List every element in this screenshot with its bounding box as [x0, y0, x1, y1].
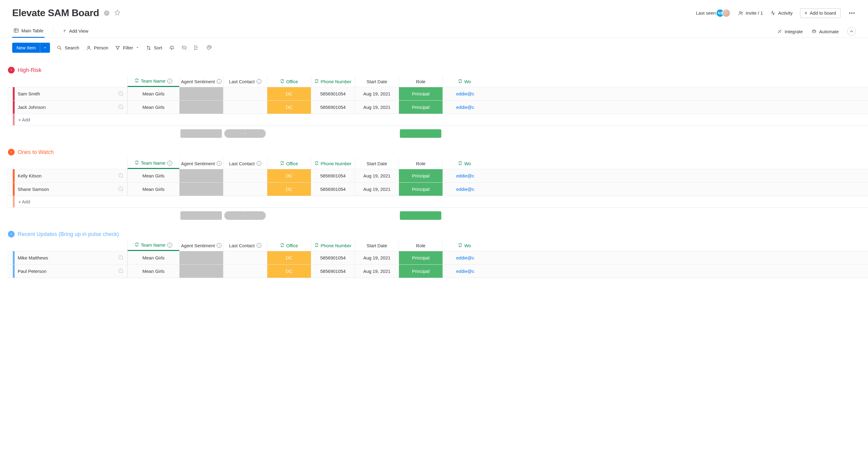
- automate-button[interactable]: Automate: [811, 29, 839, 34]
- cell-team[interactable]: Mean Girls: [127, 183, 179, 196]
- last-seen[interactable]: Last seen NZ: [696, 9, 730, 18]
- chat-icon[interactable]: [117, 103, 123, 111]
- new-item-dropdown[interactable]: [40, 43, 50, 53]
- collapse-panel-button[interactable]: [847, 27, 856, 36]
- cell-email[interactable]: eddie@c: [442, 265, 487, 278]
- col-team-name[interactable]: Team Name: [141, 242, 165, 247]
- cell-office[interactable]: DC: [267, 265, 311, 278]
- col-office[interactable]: Office: [267, 158, 311, 169]
- item-name-cell[interactable]: Shane Samson: [14, 183, 127, 196]
- cell-role[interactable]: Principal: [399, 169, 442, 182]
- cell-email[interactable]: eddie@c: [442, 183, 487, 196]
- item-name-cell[interactable]: Mike Matthews: [14, 251, 127, 264]
- chat-icon[interactable]: [117, 172, 123, 179]
- cell-phone[interactable]: 5856901054: [311, 87, 355, 100]
- cell-phone[interactable]: 5856901054: [311, 251, 355, 264]
- cell-office[interactable]: DC: [267, 183, 311, 196]
- cell-phone[interactable]: 5856901054: [311, 169, 355, 182]
- table-row[interactable]: Shane Samson Mean Girls DC 5856901054 Au…: [7, 183, 868, 196]
- activity-button[interactable]: Activity: [770, 10, 793, 16]
- info-icon[interactable]: i: [257, 79, 261, 84]
- table-row[interactable]: Sam Smith Mean Girls DC 5856901054 Aug 1…: [7, 87, 868, 100]
- cell-last-contact[interactable]: [223, 265, 267, 278]
- col-office[interactable]: Office: [267, 76, 311, 87]
- add-view-button[interactable]: + Add View: [62, 26, 89, 37]
- col-last-contact[interactable]: Last Contacti: [223, 76, 267, 87]
- add-to-board-button[interactable]: + Add to board: [800, 8, 841, 18]
- item-name-cell[interactable]: Kelly Kitson: [14, 169, 127, 182]
- col-phone-number[interactable]: Phone Number: [311, 76, 355, 87]
- col-agent-sentiment[interactable]: Agent Sentimenti: [179, 76, 223, 87]
- cell-office[interactable]: DC: [267, 100, 311, 114]
- cell-phone[interactable]: 5856901054: [311, 183, 355, 196]
- cell-last-contact[interactable]: [223, 183, 267, 196]
- cell-team[interactable]: Mean Girls: [127, 265, 179, 278]
- col-agent-sentiment[interactable]: Agent Sentimenti: [179, 158, 223, 169]
- cell-sentiment[interactable]: [179, 183, 223, 196]
- chat-icon[interactable]: [117, 186, 123, 193]
- height-icon[interactable]: [194, 45, 199, 51]
- chat-icon[interactable]: [117, 90, 123, 97]
- cell-sentiment[interactable]: [179, 265, 223, 278]
- info-icon[interactable]: i: [217, 161, 222, 166]
- sort-button[interactable]: Sort: [146, 45, 162, 51]
- cell-email[interactable]: eddie@c: [442, 100, 487, 114]
- info-icon[interactable]: i: [217, 243, 222, 248]
- add-row[interactable]: + Add: [7, 196, 868, 208]
- cell-last-contact[interactable]: [223, 251, 267, 264]
- col-phone-number[interactable]: Phone Number: [311, 158, 355, 169]
- item-name-cell[interactable]: Jack Johnson: [14, 100, 127, 114]
- cell-team[interactable]: Mean Girls: [127, 251, 179, 264]
- board-title[interactable]: Elevate SAM Board: [12, 7, 99, 19]
- info-icon[interactable]: i: [167, 161, 172, 166]
- cell-email[interactable]: eddie@c: [442, 87, 487, 100]
- cell-sentiment[interactable]: [179, 169, 223, 182]
- col-role[interactable]: Role: [399, 158, 442, 169]
- cell-role[interactable]: Principal: [399, 265, 442, 278]
- group-name[interactable]: Recent Updates (Bring up in pulse check): [18, 231, 119, 237]
- col-phone-number[interactable]: Phone Number: [311, 240, 355, 251]
- col-role[interactable]: Role: [399, 76, 442, 87]
- info-icon[interactable]: i: [104, 10, 110, 16]
- star-icon[interactable]: [114, 9, 120, 17]
- chat-icon[interactable]: [117, 268, 123, 275]
- search-button[interactable]: Search: [57, 45, 79, 51]
- cell-role[interactable]: Principal: [399, 87, 442, 100]
- cell-last-contact[interactable]: [223, 100, 267, 114]
- cell-role[interactable]: Principal: [399, 100, 442, 114]
- new-item-button[interactable]: New Item: [12, 43, 50, 53]
- cell-office[interactable]: DC: [267, 251, 311, 264]
- info-icon[interactable]: i: [167, 243, 172, 247]
- info-icon[interactable]: i: [257, 243, 261, 248]
- item-name-cell[interactable]: Paul Peterson: [14, 265, 127, 278]
- col-work-email[interactable]: Wo: [442, 158, 487, 169]
- info-icon[interactable]: i: [167, 79, 172, 84]
- col-work-email[interactable]: Wo: [442, 76, 487, 87]
- info-icon[interactable]: i: [257, 161, 261, 166]
- col-agent-sentiment[interactable]: Agent Sentimenti: [179, 240, 223, 251]
- table-row[interactable]: Kelly Kitson Mean Girls DC 5856901054 Au…: [7, 169, 868, 183]
- color-icon[interactable]: [206, 45, 212, 51]
- cell-phone[interactable]: 5856901054: [311, 265, 355, 278]
- cell-role[interactable]: Principal: [399, 183, 442, 196]
- cell-start[interactable]: Aug 19, 2021: [355, 87, 399, 100]
- cell-office[interactable]: DC: [267, 169, 311, 182]
- cell-start[interactable]: Aug 19, 2021: [355, 251, 399, 264]
- col-start-date[interactable]: Start Date: [355, 240, 399, 251]
- cell-last-contact[interactable]: [223, 87, 267, 100]
- cell-phone[interactable]: 5856901054: [311, 100, 355, 114]
- cell-team[interactable]: Mean Girls: [127, 100, 179, 114]
- invite-button[interactable]: Invite / 1: [738, 10, 763, 16]
- filter-button[interactable]: Filter: [115, 45, 139, 51]
- cell-role[interactable]: Principal: [399, 251, 442, 264]
- more-menu-icon[interactable]: [848, 11, 856, 15]
- col-start-date[interactable]: Start Date: [355, 76, 399, 87]
- col-role[interactable]: Role: [399, 240, 442, 251]
- cell-team[interactable]: Mean Girls: [127, 87, 179, 100]
- group-collapse-icon[interactable]: [8, 231, 14, 237]
- tab-main-table[interactable]: Main Table: [12, 25, 44, 38]
- person-filter-button[interactable]: Person: [86, 45, 108, 51]
- cell-sentiment[interactable]: [179, 87, 223, 100]
- cell-start[interactable]: Aug 19, 2021: [355, 183, 399, 196]
- col-last-contact[interactable]: Last Contacti: [223, 158, 267, 169]
